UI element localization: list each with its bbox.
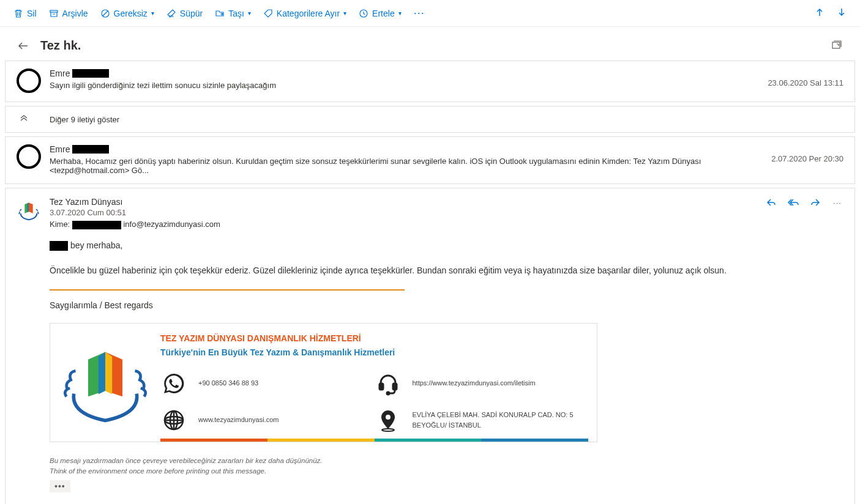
svg-rect-5	[393, 384, 397, 390]
signature-color-bar	[160, 439, 588, 442]
email-subject: Tez hk.	[40, 39, 81, 53]
sweep-label: Süpür	[180, 9, 203, 18]
expand-thread-button[interactable]: Diğer 9 iletiyi göster	[5, 106, 855, 133]
message-toolbar: Sil Arşivle Gereksiz ▾ Süpür Taşı ▾ Kate…	[0, 0, 860, 27]
reply-button[interactable]	[765, 197, 777, 208]
message-pane[interactable]: Tez hk. Emre Sayın ilgili gönderdiğiniz …	[0, 27, 860, 504]
subject-row: Tez hk.	[5, 27, 855, 61]
archive-icon	[49, 9, 59, 18]
to-email: info@tezyazimdunyasi.com	[123, 220, 220, 229]
message-item[interactable]: Emre Sayın ilgili gönderdiğiniz tezi ile…	[5, 61, 855, 102]
reply-all-button[interactable]	[787, 197, 799, 208]
junk-label: Gereksiz	[114, 9, 148, 18]
prev-message-button[interactable]	[809, 4, 831, 23]
globe-icon	[160, 407, 187, 434]
double-chevron-up-icon	[17, 114, 31, 125]
redacted-text	[72, 221, 121, 229]
body-paragraph: Öncelikle bu güzel haberiniz için çok te…	[50, 264, 843, 277]
sender-name: Emre	[50, 144, 761, 154]
open-separate-button[interactable]	[828, 37, 844, 54]
svg-rect-0	[50, 10, 58, 12]
move-icon	[215, 9, 225, 18]
arrow-up-icon	[815, 7, 824, 19]
signature-logo	[50, 324, 160, 442]
chevron-down-icon: ▾	[343, 10, 346, 17]
next-message-button[interactable]	[831, 4, 853, 23]
more-actions-button[interactable]: ···	[408, 7, 431, 20]
arrow-down-icon	[837, 7, 847, 19]
snooze-button[interactable]: Ertele ▾	[353, 4, 408, 23]
more-button[interactable]: ···	[831, 198, 843, 207]
message-body: bey merhaba, Öncelikle bu güzel haberini…	[17, 229, 843, 494]
archive-label: Arşivle	[62, 9, 88, 18]
message-detail: Tez Yazım Dünyası 3.07.2020 Cum 00:51 Ki…	[5, 188, 855, 504]
headset-icon	[375, 370, 402, 397]
to-label: Kime:	[50, 220, 70, 229]
location-pin-icon	[375, 407, 402, 434]
avatar	[17, 69, 41, 93]
forward-button[interactable]	[809, 197, 821, 208]
message-date: 3.07.2020 Cum 00:51	[50, 208, 765, 217]
categorize-label: Kategorilere Ayır	[277, 9, 340, 18]
regards-line: Saygılarımla / Best regards	[50, 299, 843, 312]
expand-label: Diğer 9 iletiyi göster	[50, 115, 119, 124]
message-date: 23.06.2020 Sal 13:11	[768, 69, 843, 87]
message-actions: ···	[765, 197, 843, 208]
svg-point-10	[382, 429, 394, 431]
env-note-tr: Bu mesajı yazdırmadan önce çevreye vereb…	[50, 456, 843, 466]
chevron-down-icon: ▾	[248, 10, 251, 17]
move-label: Taşı	[228, 9, 244, 18]
signature-url: https://www.tezyazimdunyasi.com/iletisim	[413, 378, 536, 388]
delete-button[interactable]: Sil	[7, 4, 43, 23]
back-button[interactable]	[16, 39, 31, 53]
signature-divider	[50, 289, 405, 291]
env-note-en: Think of the environment once more befor…	[50, 466, 843, 476]
trash-icon	[13, 9, 23, 18]
chevron-down-icon: ▾	[151, 10, 154, 17]
archive-button[interactable]: Arşivle	[43, 4, 94, 23]
message-preview: Sayın ilgili gönderdiğiniz tezi ilettim …	[50, 81, 758, 90]
move-button[interactable]: Taşı ▾	[209, 4, 257, 23]
message-item[interactable]: Emre Merhaba, Hocamız geri dönüş yaptı h…	[5, 136, 855, 184]
expand-quoted-button[interactable]: •••	[50, 480, 70, 492]
signature-phone: +90 0850 346 88 93	[198, 378, 258, 388]
greeting-text: bey merhaba,	[68, 240, 123, 250]
sender-prefix: Emre	[50, 69, 70, 78]
message-preview: Merhaba, Hocamız geri dönüş yaptı haberi…	[50, 157, 761, 175]
tag-icon	[263, 9, 273, 18]
signature-block: TEZ YAZIM DÜNYASI DANIŞMANLIK HİZMETLERİ…	[50, 323, 597, 442]
signature-subtitle: Türkiye'nin En Büyük Tez Yazım & Danışma…	[160, 346, 588, 359]
signature-title: TEZ YAZIM DÜNYASI DANIŞMANLIK HİZMETLERİ	[160, 332, 588, 345]
environment-note: Bu mesajı yazdırmadan önce çevreye vereb…	[50, 456, 843, 477]
sweep-icon	[166, 9, 176, 18]
delete-label: Sil	[27, 9, 37, 18]
whatsapp-icon	[160, 370, 187, 397]
message-date: 2.07.2020 Per 20:30	[771, 144, 843, 163]
junk-button[interactable]: Gereksiz ▾	[94, 4, 160, 23]
clock-icon	[359, 9, 368, 18]
sender-name: Emre	[50, 69, 758, 78]
chevron-down-icon: ▾	[398, 10, 402, 17]
signature-web: www.tezyazimdunyasi.com	[198, 415, 279, 425]
snooze-label: Ertele	[372, 9, 395, 18]
sweep-button[interactable]: Süpür	[160, 4, 209, 23]
redacted-text	[72, 69, 109, 78]
greeting-line: bey merhaba,	[50, 239, 843, 252]
avatar	[17, 144, 41, 169]
recipient-line: Kime: info@tezyazimdunyasi.com	[50, 220, 765, 229]
svg-rect-4	[380, 384, 383, 390]
sender-logo	[17, 197, 41, 221]
svg-point-6	[387, 392, 389, 395]
sender-name: Tez Yazım Dünyası	[50, 197, 765, 207]
categorize-button[interactable]: Kategorilere Ayır ▾	[257, 4, 353, 23]
redacted-text	[50, 241, 68, 251]
redacted-text	[72, 145, 109, 154]
sender-prefix: Emre	[50, 144, 70, 154]
signature-address: EVLİYA ÇELEBİ MAH. SADİ KONURALP CAD. NO…	[413, 410, 589, 430]
block-icon	[100, 9, 110, 18]
